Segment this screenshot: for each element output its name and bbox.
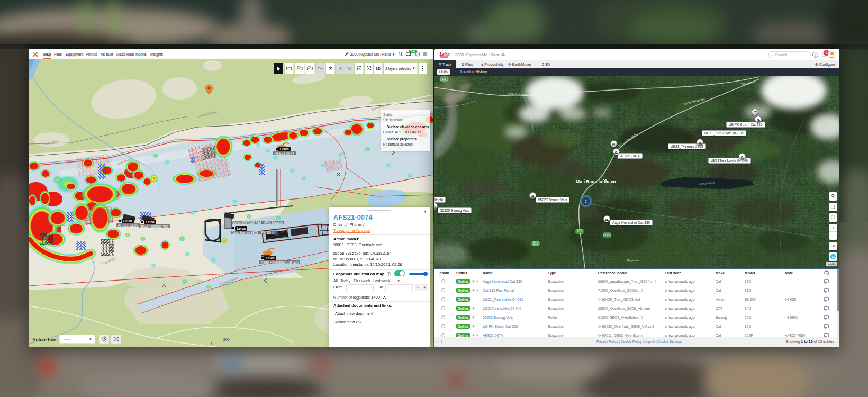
svg-text:Mo i Rana lufthavn: Mo i Rana lufthavn	[576, 179, 616, 184]
svg-text:?: ?	[417, 52, 418, 56]
svg-text:E12: E12	[533, 242, 538, 245]
svg-text:GEOSYSTEMS: GEOSYSTEMS	[440, 58, 450, 60]
svg-text:Fagerlia: Fagerlia	[627, 259, 639, 262]
svg-text:E6: E6	[442, 77, 446, 80]
svg-text:2: 2	[585, 200, 587, 203]
svg-text:615: 615	[604, 233, 609, 237]
svg-text:615: 615	[577, 230, 582, 233]
svg-text:Leica: Leica	[439, 51, 450, 57]
